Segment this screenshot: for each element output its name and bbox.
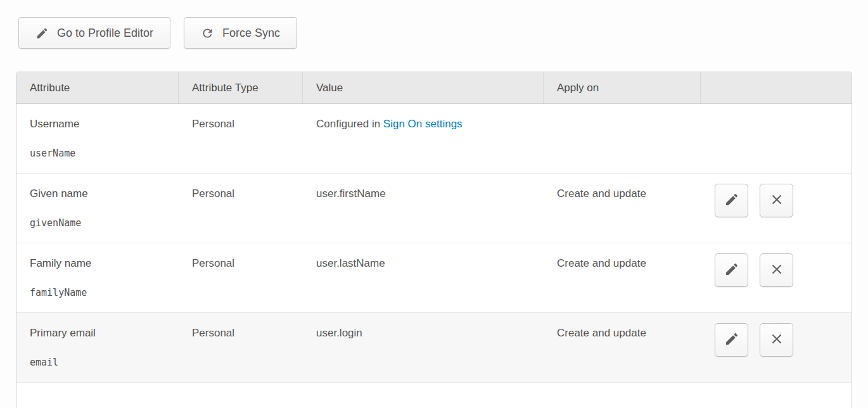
column-header-actions	[701, 72, 852, 103]
attribute-cell: Given name givenName	[16, 174, 179, 243]
edit-attribute-button[interactable]	[715, 253, 748, 287]
column-header-attribute: Attribute	[16, 72, 179, 103]
attribute-variable-name: userName	[30, 148, 172, 159]
apply-on-cell: Create and update	[544, 313, 701, 382]
edit-attribute-button[interactable]	[715, 323, 748, 357]
force-sync-button[interactable]: Force Sync	[184, 17, 297, 49]
attribute-type-cell: Personal	[179, 104, 303, 173]
delete-attribute-button[interactable]	[760, 253, 793, 287]
force-sync-label: Force Sync	[222, 27, 280, 40]
close-icon	[769, 192, 784, 209]
table-row-primary-email: Primary email email Personal user.login …	[16, 313, 852, 383]
delete-attribute-button[interactable]	[760, 184, 793, 217]
toolbar: Go to Profile Editor Force Sync	[0, 0, 868, 49]
delete-attribute-button[interactable]	[760, 323, 793, 357]
column-header-attribute-type: Attribute Type	[179, 72, 303, 103]
close-icon	[769, 331, 784, 348]
table-header: Attribute Attribute Type Value Apply on	[16, 72, 852, 104]
attribute-cell: Primary email email	[16, 313, 179, 382]
apply-on-cell	[544, 104, 701, 173]
pencil-icon	[724, 262, 739, 279]
attribute-type-cell: Personal	[179, 243, 303, 312]
attribute-type-cell: Personal	[179, 174, 303, 243]
table-row-username: Username userName Personal Configured in…	[16, 104, 852, 174]
refresh-icon	[201, 27, 214, 40]
actions-cell	[701, 174, 852, 243]
go-to-profile-editor-label: Go to Profile Editor	[57, 27, 153, 40]
column-header-value: Value	[303, 72, 544, 103]
edit-attribute-button[interactable]	[715, 184, 748, 217]
table-row-given-name: Given name givenName Personal user.first…	[16, 174, 852, 243]
close-icon	[769, 262, 784, 279]
column-header-apply-on: Apply on	[544, 72, 701, 103]
attribute-type-cell: Personal	[179, 313, 303, 382]
value-cell: user.login	[303, 313, 544, 382]
pencil-icon	[35, 27, 49, 40]
attribute-label: Username	[30, 118, 172, 131]
value-cell: user.lastName	[303, 243, 544, 312]
pencil-icon	[724, 192, 739, 209]
attribute-cell: Username userName	[16, 104, 179, 173]
apply-on-cell: Create and update	[544, 174, 701, 243]
attribute-variable-name: givenName	[30, 217, 172, 229]
pencil-icon	[724, 331, 739, 348]
table-row-partial	[16, 383, 852, 408]
page: Go to Profile Editor Force Sync Attribut…	[0, 0, 868, 408]
apply-on-cell: Create and update	[544, 243, 701, 312]
attribute-variable-name: email	[30, 357, 172, 368]
value-cell: user.firstName	[303, 174, 544, 243]
attribute-label: Primary email	[30, 327, 172, 340]
value-cell: Configured in Sign On settings	[303, 104, 544, 173]
actions-cell	[701, 104, 852, 173]
attribute-label: Given name	[30, 188, 172, 200]
attribute-label: Family name	[30, 257, 172, 270]
value-prefix-text: Configured in	[316, 118, 383, 130]
attribute-variable-name: familyName	[30, 287, 172, 298]
go-to-profile-editor-button[interactable]: Go to Profile Editor	[18, 17, 170, 49]
attribute-cell: Family name familyName	[16, 243, 179, 312]
actions-cell	[701, 313, 852, 382]
attribute-mappings-table: Attribute Attribute Type Value Apply on …	[16, 72, 852, 408]
sign-on-settings-link[interactable]: Sign On settings	[383, 118, 463, 130]
table-row-family-name: Family name familyName Personal user.las…	[16, 243, 852, 313]
actions-cell	[701, 243, 852, 312]
